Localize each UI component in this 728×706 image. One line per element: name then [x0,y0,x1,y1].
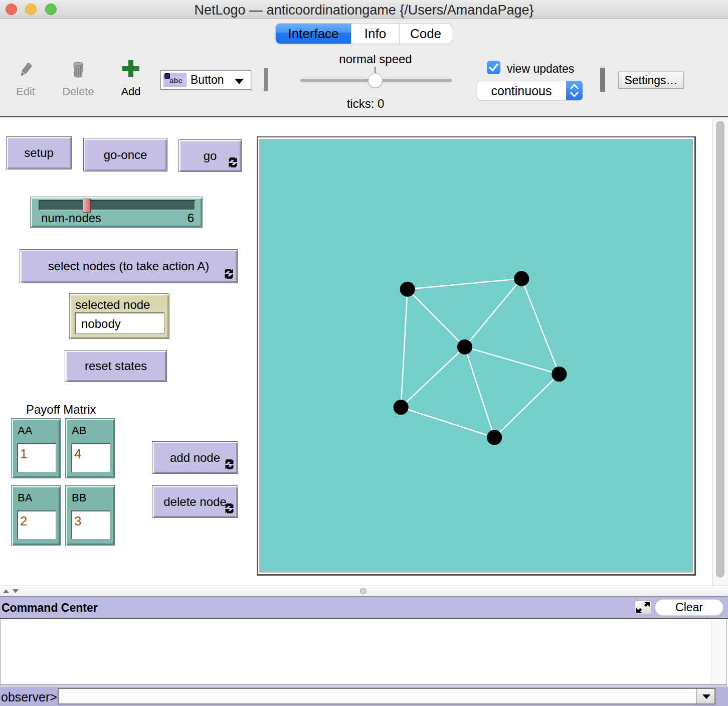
network-link [401,347,465,407]
setup-button[interactable]: setup [6,136,72,169]
input-bb-value: 3 [74,513,81,529]
tab-info[interactable]: Info [351,24,399,44]
network-link [465,347,559,374]
delete-node-label: delete node [163,495,226,509]
splitter-handle-icon[interactable] [360,588,367,594]
command-input-group [58,688,715,704]
trash-icon [59,62,98,78]
input-ab-label: AB [72,424,86,437]
network-node [400,282,415,297]
widget-type-value: Button [191,73,224,87]
slider-track[interactable] [39,200,196,211]
widget-type-select[interactable]: abc Button [160,70,251,90]
speed-slider-thumb[interactable] [368,73,383,88]
title-bar: NetLogo — anticoordinationgame {/Users/A… [0,0,728,19]
add-node-label: add node [170,451,220,465]
input-aa-field[interactable]: 1 [17,443,56,472]
dropdown-arrow-icon [235,79,244,84]
selected-node-monitor: selected node nobody [69,293,169,339]
go-once-button[interactable]: go-once [83,138,167,171]
toolbar-separator [264,68,268,91]
command-center-title: Command Center [2,601,98,615]
command-input[interactable] [59,689,696,703]
setup-label: setup [24,146,54,160]
network-node [552,367,567,382]
select-nodes-button[interactable]: select nodes (to take action A) [20,249,238,283]
detach-button[interactable] [635,601,651,614]
input-ab: AB 4 [65,418,115,478]
interface-canvas: setup go-once go num-nodes 6 select node… [0,118,728,586]
update-mode-select[interactable]: continuous [477,81,583,100]
delete-label: Delete [59,85,98,98]
network-link [401,407,494,437]
forever-loop-icon [225,503,234,513]
plus-icon [115,62,147,78]
add-node-button[interactable]: add node [152,441,238,474]
output-scrollbar-gutter [711,620,726,684]
network-link [408,279,522,289]
go-label: go [204,149,217,163]
checkmark-icon [487,61,500,74]
delete-button[interactable]: Delete [59,62,98,98]
settings-button[interactable]: Settings… [618,72,684,89]
update-mode-value: continuous [477,84,566,98]
toolbar-separator-2 [600,68,605,92]
view-updates-checkbox[interactable] [487,61,500,74]
go-button[interactable]: go [178,139,242,172]
input-ba: BA 2 [11,485,61,546]
reset-states-label: reset states [85,359,147,373]
network-link [465,279,521,347]
monitor-label: selected node [75,298,150,312]
forever-loop-icon [225,269,233,279]
observer-prompt-label: observer> [1,690,57,704]
input-bb-label: BB [72,491,86,504]
tab-code[interactable]: Code [399,24,452,44]
slider-label: num-nodes [41,211,101,225]
add-label: Add [115,85,147,98]
window-title: NetLogo — anticoordinationgame {/Users/A… [0,3,728,18]
button-widget-icon: abc [163,73,187,87]
add-button[interactable]: Add [115,62,147,98]
payoff-matrix-label: Payoff Matrix [26,403,96,417]
tab-interface[interactable]: Interface [276,24,351,44]
forever-loop-icon [229,157,237,167]
edit-button[interactable]: Edit [10,62,42,98]
network-node [394,400,409,415]
input-ab-field[interactable]: 4 [71,443,110,472]
command-center-output[interactable] [0,620,727,685]
network-graph [260,140,691,571]
slider-value: 6 [188,211,194,225]
input-ba-label: BA [18,491,32,504]
input-ba-value: 2 [20,513,27,529]
delete-node-button[interactable]: delete node [152,485,238,518]
vertical-scrollbar[interactable] [712,118,728,586]
scrollbar-thumb[interactable] [716,121,724,578]
pencil-icon [10,62,42,78]
dropdown-arrow-icon [702,694,710,699]
slider-thumb[interactable] [83,199,91,213]
forever-loop-icon [225,459,234,469]
history-dropdown-button[interactable] [696,689,714,703]
speed-slider-tick [375,67,376,74]
monitor-field: nobody [75,312,164,334]
collapse-down-icon[interactable] [13,589,19,593]
reset-states-button[interactable]: reset states [65,350,167,382]
command-center-header: Command Center Clear [0,597,728,619]
speed-label: normal speed [325,52,426,66]
clear-button[interactable]: Clear [655,599,723,616]
select-nodes-label: select nodes (to take action A) [48,259,210,273]
input-bb-field[interactable]: 3 [71,510,110,540]
input-aa: AA 1 [11,418,61,478]
input-aa-value: 1 [20,446,27,462]
input-ba-field[interactable]: 2 [17,510,56,540]
input-ab-value: 4 [74,446,81,462]
command-line-row: observer> [0,686,728,706]
edit-label: Edit [10,85,42,98]
toolbar: Interface Info Code Edit [0,19,728,117]
num-nodes-slider[interactable]: num-nodes 6 [30,197,203,228]
world-view[interactable] [257,136,696,576]
network-link [521,279,559,374]
splitter-bar[interactable] [0,586,728,597]
collapse-up-icon[interactable] [3,589,9,593]
monitor-value: nobody [81,317,121,331]
